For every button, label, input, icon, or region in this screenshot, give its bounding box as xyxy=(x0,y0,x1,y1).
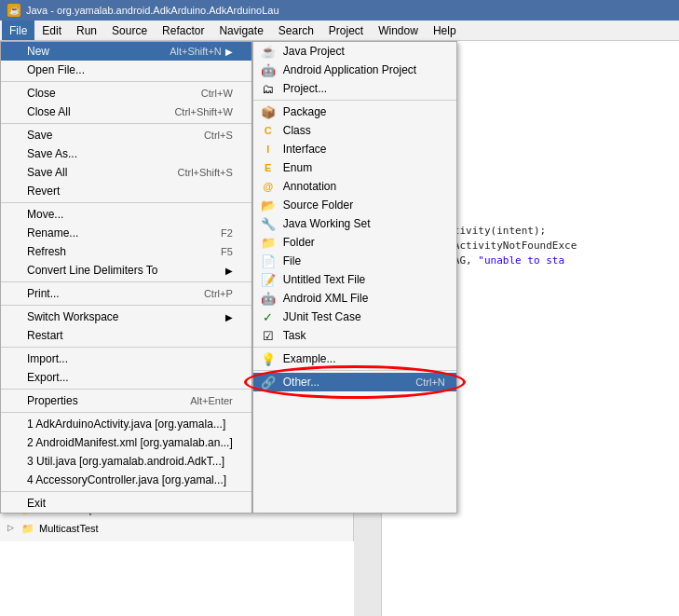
app-icon: ☕ xyxy=(7,4,20,17)
menu-restart[interactable]: Restart xyxy=(1,326,251,345)
menu-exit[interactable]: Exit xyxy=(1,494,251,513)
submenu-package-label: Package xyxy=(283,105,327,118)
submenu-enum-label: Enum xyxy=(283,161,312,174)
menu-revert[interactable]: Revert xyxy=(1,182,251,200)
submenu-other[interactable]: 🔗 Other... Ctrl+N xyxy=(253,373,456,391)
android-xml-icon: 🤖 xyxy=(261,291,276,306)
submenu-enum[interactable]: E Enum xyxy=(253,158,456,177)
menu-new-arrow: ▶ xyxy=(225,47,233,57)
dropdown-container: New Alt+Shift+N ▶ Open File... Close Ctr… xyxy=(0,41,457,513)
submenu-source-folder-label: Source Folder xyxy=(283,198,353,212)
menu-open-file[interactable]: Open File... xyxy=(1,61,251,79)
menu-search[interactable]: Search xyxy=(271,21,321,40)
source-folder-icon: 📂 xyxy=(261,198,276,212)
interface-icon: I xyxy=(261,142,276,157)
menu-rename[interactable]: Rename... F2 xyxy=(1,224,251,242)
submenu-java-working-set[interactable]: 🔧 Java Working Set xyxy=(253,214,456,233)
submenu-file[interactable]: 📄 File xyxy=(253,252,456,270)
menu-restart-label: Restart xyxy=(27,329,63,342)
sep-2 xyxy=(1,123,251,124)
menu-export[interactable]: Export... xyxy=(1,368,251,387)
menu-properties[interactable]: Properties Alt+Enter xyxy=(1,391,251,410)
submenu-interface[interactable]: I Interface xyxy=(253,140,456,158)
submenu-interface-label: Interface xyxy=(283,143,327,156)
menu-save-all[interactable]: Save All Ctrl+Shift+S xyxy=(1,163,251,182)
menu-new[interactable]: New Alt+Shift+N ▶ xyxy=(1,42,251,61)
submenu-project[interactable]: 🗂 Project... xyxy=(253,79,456,98)
submenu-example[interactable]: 💡 Example... xyxy=(253,349,456,368)
submenu-junit-test[interactable]: ✓ JUnit Test Case xyxy=(253,308,456,326)
sep-3 xyxy=(1,202,251,203)
submenu-task[interactable]: ☑ Task xyxy=(253,326,456,345)
submenu-class-label: Class xyxy=(283,124,311,137)
menu-navigate[interactable]: Navigate xyxy=(211,21,270,40)
menu-convert-label: Convert Line Delimiters To xyxy=(27,264,158,277)
submenu-sep-1 xyxy=(253,100,456,101)
menu-run[interactable]: Run xyxy=(69,21,104,40)
submenu-file-label: File xyxy=(283,254,301,267)
multicast-label: MulticastTest xyxy=(39,523,99,534)
tree-item-multicast[interactable]: ▷ 📁 MulticastTest xyxy=(4,519,349,538)
menu-switch-workspace[interactable]: Switch Workspace ▶ xyxy=(1,308,251,326)
menu-convert[interactable]: Convert Line Delimiters To ▶ xyxy=(1,261,251,280)
submenu-android-project[interactable]: 🤖 Android Application Project xyxy=(253,61,456,79)
menu-recent-3-label: 3 Util.java [org.yamalab.android.AdkT...… xyxy=(27,455,224,468)
menu-recent-2[interactable]: 2 AndroidManifest.xml [org.yamalab.an...… xyxy=(1,433,251,452)
menu-save-as-label: Save As... xyxy=(27,147,77,160)
menu-switch-workspace-arrow: ▶ xyxy=(225,312,233,322)
submenu-other-shortcut: Ctrl+N xyxy=(415,376,444,388)
submenu-android-xml[interactable]: 🤖 Android XML File xyxy=(253,289,456,308)
menu-window[interactable]: Window xyxy=(371,21,426,40)
submenu-untitled-text[interactable]: 📝 Untitled Text File xyxy=(253,270,456,289)
menu-refresh[interactable]: Refresh F5 xyxy=(1,242,251,261)
menu-file[interactable]: File xyxy=(2,21,34,40)
project-icon: 🗂 xyxy=(261,81,276,96)
menu-save-all-shortcut: Ctrl+Shift+S xyxy=(177,167,232,178)
java-project-icon: ☕ xyxy=(261,44,276,59)
menu-refactor[interactable]: Refactor xyxy=(155,21,211,40)
class-icon: C xyxy=(261,123,276,138)
submenu-task-label: Task xyxy=(283,329,306,342)
menu-recent-1[interactable]: 1 AdkArduinoActivity.java [org.yamala...… xyxy=(1,415,251,433)
file-dropdown: New Alt+Shift+N ▶ Open File... Close Ctr… xyxy=(0,41,252,513)
other-icon: 🔗 xyxy=(261,375,276,390)
menu-edit[interactable]: Edit xyxy=(34,21,69,40)
menu-print-shortcut: Ctrl+P xyxy=(204,288,233,299)
menu-refresh-label: Refresh xyxy=(27,245,66,258)
menu-save-shortcut: Ctrl+S xyxy=(204,130,233,141)
submenu-android-project-label: Android Application Project xyxy=(283,63,416,76)
menu-import[interactable]: Import... xyxy=(1,349,251,368)
menu-source[interactable]: Source xyxy=(104,21,155,40)
menu-print[interactable]: Print... Ctrl+P xyxy=(1,284,251,303)
submenu-source-folder[interactable]: 📂 Source Folder xyxy=(253,196,456,214)
menu-save[interactable]: Save Ctrl+S xyxy=(1,126,251,144)
menu-close-all-shortcut: Ctrl+Shift+W xyxy=(174,106,232,117)
menu-recent-3[interactable]: 3 Util.java [org.yamalab.android.AdkT...… xyxy=(1,452,251,471)
submenu-java-project[interactable]: ☕ Java Project xyxy=(253,42,456,61)
submenu-annotation[interactable]: @ Annotation xyxy=(253,177,456,196)
menu-help[interactable]: Help xyxy=(426,21,464,40)
menu-save-as[interactable]: Save As... xyxy=(1,144,251,163)
sep-7 xyxy=(1,389,251,390)
submenu-package[interactable]: 📦 Package xyxy=(253,103,456,121)
android-project-icon: 🤖 xyxy=(261,62,276,77)
menu-refresh-shortcut: F5 xyxy=(221,246,233,257)
sep-6 xyxy=(1,347,251,348)
menu-close-all[interactable]: Close All Ctrl+Shift+W xyxy=(1,103,251,121)
sep-8 xyxy=(1,412,251,413)
menu-move[interactable]: Move... xyxy=(1,205,251,224)
menu-close-all-label: Close All xyxy=(27,105,71,118)
menu-recent-2-label: 2 AndroidManifest.xml [org.yamalab.an...… xyxy=(27,436,233,449)
submenu-java-working-set-label: Java Working Set xyxy=(283,217,371,230)
sep-9 xyxy=(1,491,251,492)
menu-rename-label: Rename... xyxy=(27,226,78,240)
menu-exit-label: Exit xyxy=(27,497,46,510)
submenu-sep-2 xyxy=(253,347,456,348)
menu-recent-4[interactable]: 4 AccessoryController.java [org.yamal...… xyxy=(1,471,251,489)
enum-icon: E xyxy=(261,160,276,175)
file-icon: 📄 xyxy=(261,253,276,268)
submenu-folder[interactable]: 📁 Folder xyxy=(253,233,456,252)
menu-close[interactable]: Close Ctrl+W xyxy=(1,84,251,103)
menu-project[interactable]: Project xyxy=(321,21,371,40)
submenu-class[interactable]: C Class xyxy=(253,121,456,140)
